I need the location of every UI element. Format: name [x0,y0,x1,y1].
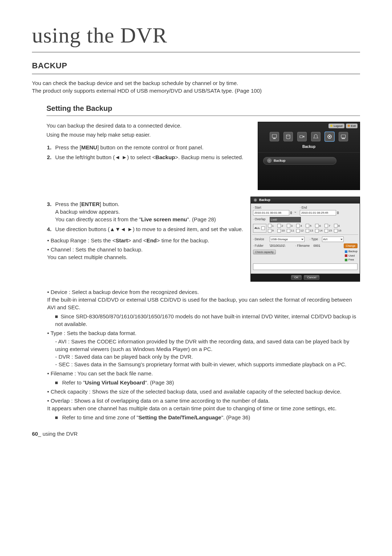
label-folder: · Folder [253,244,268,248]
channel-checkbox[interactable]: 13 [306,229,314,233]
channel-row: 910111213141516 [268,229,343,233]
type-sublist: AVI : Saves the CODEC information provid… [47,338,360,368]
type-dvr: DVR : Saved data can be played back only… [55,353,360,360]
checkbox-icon [334,224,338,227]
swatch-used [345,254,347,257]
label-end: · End [300,206,307,209]
check-capacity-button[interactable]: Check capacity [253,250,276,254]
svg-rect-0 [272,134,277,138]
change-button[interactable]: Change [344,243,358,248]
checkbox-icon [324,229,328,233]
step-4: Use direction buttons (▲▼◄ ►) to move to… [53,225,243,233]
step-2: Use the left/right button (◄ ►) to selec… [53,153,250,161]
checkbox-icon [306,224,309,227]
channel-checkbox[interactable]: 10 [277,229,286,233]
ok-button[interactable]: OK [291,275,302,280]
subsection-heading: Setting the Backup [46,103,360,116]
type-select[interactable]: AVI [322,237,344,242]
figure-backup-dialog: Backup · Start 2010-01-01 00:01:06 ~ [250,197,360,282]
channel-checkbox[interactable]: 11 [287,229,295,233]
footer-text: _ using the DVR [38,431,78,437]
step-1: Press the [MENU] button on the remote co… [53,144,250,151]
logout-button[interactable]: Logout [328,124,344,128]
exit-button[interactable]: Exit [346,124,358,128]
bullet-checkcap: Check capacity : Shows the size of the s… [47,388,360,395]
bullet-backup-range: Backup Range : Sets the <Start> and <End… [47,237,243,244]
device-select[interactable]: USB-Storage [270,237,305,242]
dot-icon [330,125,332,127]
note-filename: Refer to "Using Virtual Keyboard". (Page… [47,379,360,386]
checkbox-icon [277,224,281,227]
label-device: · Device [253,237,268,242]
channel-checkbox[interactable]: 8 [334,224,343,228]
channel-checkbox[interactable]: 14 [315,229,324,233]
bullet-filename: Filename : You can set the back file nam… [47,370,360,386]
checkbox-icon [287,224,290,227]
spinner-icon[interactable] [337,211,339,214]
disc-icon [267,158,271,163]
cancel-button[interactable]: Cancel [304,275,319,280]
start-datetime-input[interactable]: 2010-01-01 00:01:06 [253,210,289,215]
label-overlap: · Overlap [253,217,268,222]
type-avi: AVI : Saves the CODEC information provid… [55,338,360,353]
channel-checkbox[interactable]: 6 [315,224,324,228]
channel-checkbox[interactable]: 5 [306,224,314,228]
svg-rect-6 [341,135,346,138]
checkbox-icon [268,229,271,233]
steps-list-a: Press the [MENU] button on the remote co… [46,144,250,161]
channel-checkbox[interactable]: 2 [277,224,286,228]
bullet-overlap: Overlap : Shows a list of overlapping da… [47,397,360,421]
checkbox-icon [306,229,309,233]
device-icon[interactable] [283,132,293,141]
bullet-channel: Channel : Sets the channel to backup. Yo… [47,246,243,261]
label-type: · Type [310,237,320,242]
channel-checkbox[interactable]: 9 [268,229,277,233]
capacity-bar [253,263,358,270]
bullet-list-b: Backup Range : Sets the <Start> and <End… [46,237,243,261]
end-datetime-input[interactable]: 2010-01-01 08:25:45 [300,210,336,215]
spinner-icon[interactable] [290,211,292,214]
channel-checkbox[interactable]: 4 [296,224,305,228]
svg-rect-7 [342,138,345,139]
channel-checkbox[interactable]: 3 [287,224,295,228]
steps-list-b: Press the [ENTER] button. A backup windo… [46,200,243,233]
bullet-type: Type : Sets the backup data format. AVI … [47,329,360,368]
swatch-backup [345,250,347,253]
note-device: Since SRD-830/850/870/1610/1630/1650/167… [47,313,360,328]
step-3: Press the [ENTER] button. A backup windo… [53,200,243,223]
capacity-legend: Backup Used Free [345,250,358,262]
page-footer: 60_ using the DVR [32,430,360,438]
channel-checkbox[interactable]: 1 [268,224,277,228]
sub-intro: You can backup the desired data to a con… [46,122,250,129]
svg-point-5 [329,136,330,137]
channel-checkbox[interactable]: 16 [334,229,343,233]
section-backup-heading: BACKUP [32,60,360,74]
checkbox-icon [277,229,281,233]
checkbox-icon [315,224,319,227]
label-filename: · Filename [295,244,311,248]
note-overlap: Refer to time and time zone of "Setting … [47,414,360,421]
section-intro: You can check the backup device and set … [32,79,360,94]
all-channels-button[interactable]: ALL [253,224,266,233]
type-sec: SEC : Saves data in the Samsung's propri… [55,360,360,368]
checkbox-icon [334,229,338,233]
bullet-list-full: Device : Select a backup device from the… [46,288,360,421]
svg-rect-1 [273,138,275,139]
intro-line: You can check the backup device and set … [32,79,360,87]
overlap-select[interactable]: List0 [270,217,301,222]
system-icon[interactable] [270,132,279,141]
menu-tab-label: Backup [258,143,360,152]
channel-checkbox[interactable]: 12 [296,229,305,233]
record-icon[interactable] [297,132,307,141]
channel-checkbox[interactable]: 15 [324,229,333,233]
mouse-note: Using the mouse may help make setup easi… [46,132,250,139]
intro-line: The product only supports external HDD o… [32,87,360,94]
channel-grid: ALL 12345678 910111213141516 [253,224,358,233]
network-icon[interactable] [339,132,348,141]
swatch-free [345,259,347,261]
submenu-backup[interactable]: Backup [263,157,336,165]
event-icon[interactable] [311,132,320,141]
checkbox-icon [296,229,300,233]
backup-icon[interactable] [325,132,334,141]
channel-checkbox[interactable]: 7 [324,224,333,228]
